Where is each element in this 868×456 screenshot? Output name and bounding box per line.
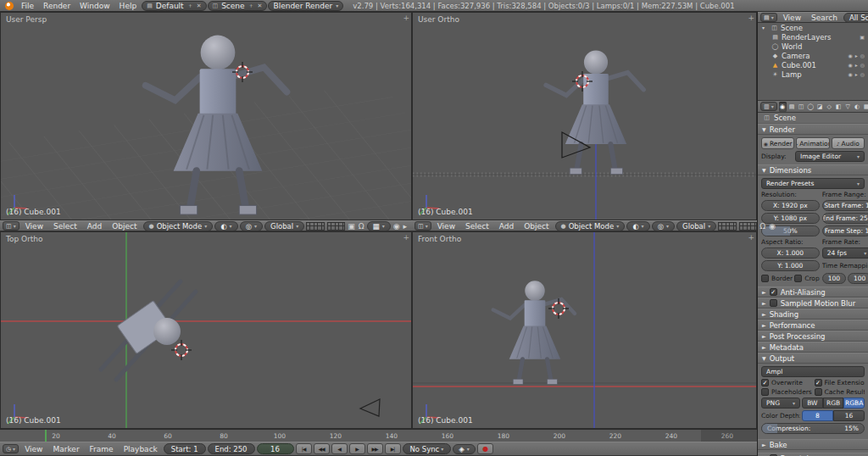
select-toggle-icon[interactable]: ▸: [855, 53, 858, 58]
color-depth-16-toggle[interactable]: 16: [833, 410, 865, 421]
menu-view[interactable]: View: [779, 14, 805, 22]
panel-header-anti-aliasing[interactable]: ►✓Anti-Aliasing: [758, 286, 868, 298]
hide-toggle-icon[interactable]: ◉: [848, 71, 852, 77]
viewport-3d-user-persp[interactable]: User Persp (16) Cube.001 +: [0, 12, 412, 220]
outliner-item-world[interactable]: ◯ World: [758, 42, 868, 51]
region-split-handle[interactable]: +: [403, 14, 409, 22]
fps-dropdown[interactable]: 24 fps▾: [822, 247, 868, 259]
editor-type-button[interactable]: ▥▾: [760, 102, 777, 111]
panel-header-sampled-motion-blur[interactable]: ►Sampled Motion Blur: [758, 298, 868, 309]
panel-header-shading[interactable]: ►Shading: [758, 309, 868, 320]
outliner-item-lamp[interactable]: ☀ Lamp ◉▸◎: [758, 70, 868, 79]
hide-toggle-icon[interactable]: ◉: [848, 53, 852, 58]
panel-header-output[interactable]: ▼ Output: [758, 353, 868, 364]
jump-to-start-button[interactable]: |◀: [296, 443, 312, 454]
next-keyframe-button[interactable]: ▶▶: [367, 443, 383, 454]
checkbox-icon[interactable]: [770, 299, 777, 307]
render-toggle-icon[interactable]: ◎: [860, 62, 865, 68]
hide-toggle-icon[interactable]: ◉: [848, 62, 852, 68]
opengl-render-icon[interactable]: ◉: [392, 222, 401, 231]
outliner-item-renderlayers[interactable]: ▤ RenderLayers ▣: [758, 32, 868, 42]
tab-data[interactable]: ▽: [844, 102, 852, 112]
menu-file[interactable]: File: [17, 2, 38, 10]
panel-header-freestyle[interactable]: ►Freestyle: [758, 453, 868, 456]
shading-dropdown[interactable]: ◐▾: [626, 221, 649, 231]
panel-header-metadata[interactable]: ►Metadata: [758, 342, 868, 353]
aspect-y-field[interactable]: Y: 1.000: [761, 260, 820, 271]
menu-object[interactable]: Object: [108, 222, 141, 231]
menu-view[interactable]: View: [433, 222, 459, 231]
layers-widget[interactable]: [306, 222, 345, 231]
viewport-3d-front-ortho[interactable]: Front Ortho (16) Cube.001 +: [412, 231, 757, 429]
menu-marker[interactable]: Marker: [48, 445, 83, 453]
menu-add[interactable]: Add: [83, 222, 106, 231]
snap-target-dropdown[interactable]: ▦▾: [367, 221, 391, 231]
tab-render-layers[interactable]: ▤: [788, 102, 796, 112]
checkbox-icon[interactable]: ✓: [770, 288, 777, 296]
animation-button[interactable]: ▶Animation: [796, 137, 829, 149]
panel-header-performance[interactable]: ►Performance: [758, 320, 868, 331]
orientation-dropdown[interactable]: Global▾: [264, 221, 304, 231]
keying-set-dropdown[interactable]: ◈▾: [453, 444, 476, 454]
current-frame-marker[interactable]: [45, 430, 47, 442]
render-engine-dropdown[interactable]: Blender Render ▾: [268, 1, 343, 11]
render-toggle-icon[interactable]: ◎: [860, 53, 865, 58]
resolution-x-field[interactable]: X: 1920 px: [761, 200, 820, 211]
menu-view[interactable]: View: [21, 222, 47, 231]
region-split-handle[interactable]: +: [748, 14, 754, 22]
file-format-dropdown[interactable]: PNG▾: [761, 398, 800, 409]
mode-dropdown[interactable]: ●Object Mode▾: [555, 221, 626, 231]
current-frame-field[interactable]: 16: [257, 443, 294, 454]
color-depth-8-toggle[interactable]: 8: [802, 410, 833, 421]
scene-dropdown[interactable]: ◫ Scene ＋ ✕: [208, 1, 268, 11]
snap-magnet-icon[interactable]: Ω: [358, 222, 365, 231]
render-toggle-icon[interactable]: ◎: [860, 71, 865, 77]
menu-help[interactable]: Help: [115, 2, 142, 10]
end-frame-field[interactable]: End Frame: 250: [822, 213, 868, 224]
play-reverse-button[interactable]: ◀: [331, 443, 348, 454]
border-checkbox[interactable]: Border: [761, 275, 793, 282]
outliner-item-cube001[interactable]: ▲ Cube.001 ◉▸◎: [758, 60, 868, 70]
opengl-render-icon[interactable]: ◉: [768, 222, 776, 231]
pivot-dropdown[interactable]: ◎▾: [652, 221, 675, 231]
remap-old-field[interactable]: 100: [822, 273, 846, 284]
outliner-item-camera[interactable]: ◆ Camera ◉▸◎: [758, 51, 868, 60]
editor-type-button[interactable]: ▤▾: [760, 13, 777, 22]
render-presets-dropdown[interactable]: Render Presets▾: [761, 178, 865, 189]
aspect-x-field[interactable]: X: 1.000: [761, 247, 820, 259]
outliner-item-scene[interactable]: ▾ ◫ Scene: [758, 23, 868, 32]
timeline-ruler[interactable]: 2040 6080 100120 140160 180200 220240 26…: [0, 429, 757, 442]
blender-logo-icon[interactable]: [5, 2, 14, 10]
tab-constraints[interactable]: ◇: [826, 102, 833, 112]
channels-bw-toggle[interactable]: BW: [802, 398, 823, 409]
panel-header-render[interactable]: ▼ Render: [758, 124, 868, 135]
placeholders-checkbox[interactable]: Placeholders: [761, 388, 812, 396]
delete-layout-icon[interactable]: ✕: [197, 3, 202, 9]
render-toggle-icon[interactable]: ▣: [860, 34, 865, 40]
menu-frame[interactable]: Frame: [86, 445, 118, 453]
panel-header-bake[interactable]: ►Bake: [758, 439, 868, 450]
channels-rgba-toggle[interactable]: RGBA: [843, 398, 865, 409]
panel-header-dimensions[interactable]: ▼ Dimensions: [758, 164, 868, 175]
compression-slider[interactable]: Compression: 15%: [761, 423, 865, 434]
render-button[interactable]: ◉Render: [761, 137, 794, 149]
select-toggle-icon[interactable]: ▸: [855, 62, 858, 68]
viewport-3d-user-ortho[interactable]: User Ortho (16) Cube.001 +: [412, 12, 757, 220]
viewport-3d-top-ortho[interactable]: Top Ortho (16) Cube.001 +: [0, 231, 412, 429]
snap-magnet-icon[interactable]: Ω: [759, 222, 766, 231]
select-toggle-icon[interactable]: ▸: [855, 71, 858, 77]
tab-object[interactable]: ◪: [816, 102, 824, 112]
orientation-dropdown[interactable]: Global▾: [676, 221, 716, 231]
file-extensions-checkbox[interactable]: ✓File Extensions: [815, 379, 865, 386]
menu-add[interactable]: Add: [495, 222, 518, 231]
jump-to-end-button[interactable]: ▶|: [385, 443, 401, 454]
tab-texture[interactable]: ▦: [863, 102, 868, 112]
expand-icon[interactable]: ▾: [762, 25, 768, 31]
tab-render[interactable]: ◉: [779, 102, 787, 112]
menu-select[interactable]: Select: [461, 222, 493, 231]
add-layout-icon[interactable]: ＋: [187, 2, 193, 10]
start-frame-field[interactable]: Start: 1: [164, 443, 206, 454]
editor-type-button[interactable]: ◫▾: [415, 221, 431, 231]
mode-dropdown[interactable]: ●Object Mode▾: [143, 221, 214, 231]
sync-dropdown[interactable]: No Sync▾: [403, 443, 452, 454]
